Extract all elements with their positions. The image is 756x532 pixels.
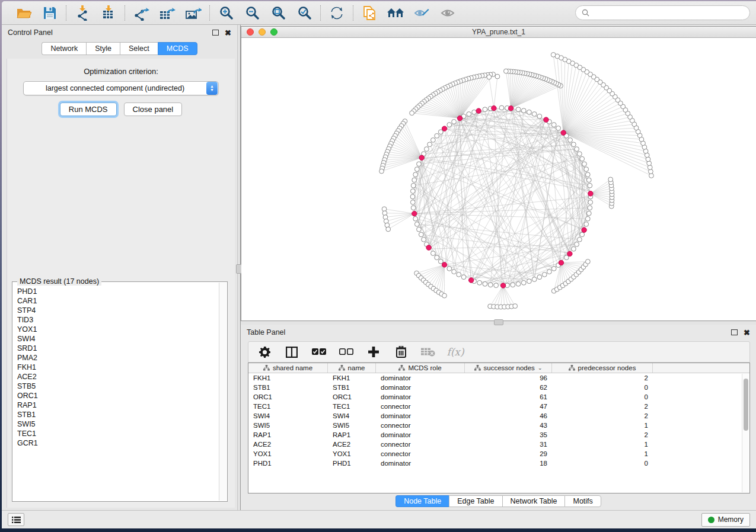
table-cell[interactable]: 0 xyxy=(552,384,653,391)
network-node[interactable] xyxy=(649,174,654,178)
result-node-item[interactable]: ORC1 xyxy=(17,391,215,400)
network-node[interactable] xyxy=(452,270,457,274)
table-row[interactable]: PHD1PHD1dominator180 xyxy=(248,459,749,468)
hide-selected-icon[interactable] xyxy=(413,5,430,21)
select-all-icon[interactable] xyxy=(311,345,327,359)
open-folder-icon[interactable] xyxy=(15,5,33,21)
memory-button[interactable]: Memory xyxy=(701,513,750,527)
table-cell[interactable]: SWI5 xyxy=(328,422,376,429)
network-node[interactable] xyxy=(419,232,423,237)
table-cell[interactable]: ACE2 xyxy=(328,441,376,448)
tab-style[interactable]: Style xyxy=(86,42,120,55)
table-row[interactable]: SWI4SWI4dominator462 xyxy=(248,411,749,421)
table-cell[interactable]: connector xyxy=(376,450,465,457)
network-graph[interactable] xyxy=(241,38,756,321)
network-node[interactable] xyxy=(647,165,652,170)
zoom-selected-icon[interactable] xyxy=(295,5,313,21)
network-node[interactable] xyxy=(483,281,487,286)
import-table-icon[interactable] xyxy=(100,5,117,21)
close-panel-icon[interactable]: ✖ xyxy=(225,29,231,37)
table-cell[interactable]: PHD1 xyxy=(248,460,328,467)
table-cell[interactable]: SWI4 xyxy=(328,412,376,419)
network-node[interactable] xyxy=(431,138,436,143)
network-node[interactable] xyxy=(411,183,416,188)
table-row[interactable]: TEC1TEC1connector472 xyxy=(248,402,749,411)
table-cell[interactable]: dominator xyxy=(376,431,465,438)
network-node[interactable] xyxy=(586,178,591,182)
network-node[interactable] xyxy=(588,200,593,205)
network-node[interactable] xyxy=(585,216,590,221)
table-cell[interactable]: 46 xyxy=(465,412,552,419)
network-node[interactable] xyxy=(572,246,576,251)
network-node[interactable] xyxy=(582,162,587,166)
table-cell[interactable]: RAP1 xyxy=(328,431,376,438)
table-row[interactable]: ORC1ORC1dominator610 xyxy=(248,392,749,402)
table-cell[interactable]: dominator xyxy=(376,460,465,467)
network-node[interactable] xyxy=(414,222,419,227)
network-node[interactable] xyxy=(521,108,526,113)
table-scrollbar[interactable] xyxy=(742,374,749,492)
table-cell[interactable]: RAP1 xyxy=(248,431,328,438)
mcds-hub-node[interactable] xyxy=(457,116,462,120)
table-row[interactable]: RAP1RAP1dominator352 xyxy=(248,430,749,440)
close-panel-button[interactable]: Close panel xyxy=(124,102,183,116)
tab-network-table[interactable]: Network Table xyxy=(502,495,565,507)
table-cell[interactable]: ORC1 xyxy=(248,393,328,400)
column-header-successor-nodes[interactable]: successor nodes⌄ xyxy=(465,363,552,373)
zoom-in-icon[interactable] xyxy=(217,5,235,21)
column-header-name[interactable]: name xyxy=(328,363,376,373)
table-cell[interactable]: 47 xyxy=(465,403,552,410)
tab-mcds[interactable]: MCDS xyxy=(158,42,197,55)
float-panel-icon[interactable] xyxy=(731,329,738,335)
table-cell[interactable]: 2 xyxy=(552,403,653,410)
network-node[interactable] xyxy=(410,194,415,199)
criterion-select[interactable]: largest connected component (undirected)… xyxy=(23,81,219,95)
network-window-titlebar[interactable]: YPA_prune.txt_1 xyxy=(241,27,756,38)
table-cell[interactable]: dominator xyxy=(376,412,465,419)
network-node[interactable] xyxy=(575,242,579,247)
network-node[interactable] xyxy=(431,251,436,256)
network-node[interactable] xyxy=(521,280,526,285)
mcds-hub-node[interactable] xyxy=(419,155,424,160)
table-cell[interactable]: 2 xyxy=(552,431,653,438)
network-node[interactable] xyxy=(411,206,416,210)
network-node[interactable] xyxy=(542,273,547,277)
close-panel-icon[interactable]: ✖ xyxy=(744,329,750,336)
clone-network-icon[interactable] xyxy=(361,5,378,21)
table-cell[interactable]: 61 xyxy=(465,393,552,400)
result-list-scrollbar[interactable] xyxy=(219,283,227,501)
network-node[interactable] xyxy=(588,206,592,210)
network-node[interactable] xyxy=(547,270,552,274)
zoom-out-icon[interactable] xyxy=(243,5,261,21)
network-node[interactable] xyxy=(425,147,429,152)
table-cell[interactable]: 2 xyxy=(552,374,653,382)
network-node[interactable] xyxy=(516,281,521,286)
search-input[interactable] xyxy=(593,9,744,17)
table-cell[interactable]: YOX1 xyxy=(248,450,328,457)
network-node[interactable] xyxy=(435,255,439,260)
column-header-MCDS-role[interactable]: MCDS role xyxy=(376,363,465,373)
mcds-hub-node[interactable] xyxy=(476,108,481,113)
table-row[interactable]: SWI5SWI5connector431 xyxy=(248,421,749,430)
network-node[interactable] xyxy=(413,172,418,177)
mcds-hub-node[interactable] xyxy=(412,211,417,216)
search-box[interactable] xyxy=(575,5,750,20)
network-node[interactable] xyxy=(499,105,504,110)
network-node[interactable] xyxy=(551,267,556,271)
tab-select[interactable]: Select xyxy=(120,42,158,55)
table-cell[interactable]: FKH1 xyxy=(248,374,328,382)
table-cell[interactable]: 35 xyxy=(465,431,552,438)
network-node[interactable] xyxy=(412,178,417,182)
table-cell[interactable]: STB1 xyxy=(328,384,376,391)
table-cell[interactable]: ACE2 xyxy=(248,441,328,448)
refresh-icon[interactable] xyxy=(328,5,346,21)
result-node-item[interactable]: STB1 xyxy=(17,410,215,419)
result-node-item[interactable]: SWI4 xyxy=(17,334,215,344)
column-header-predecessor-nodes[interactable]: predecessor nodes xyxy=(552,363,653,373)
network-node[interactable] xyxy=(428,142,432,147)
result-node-item[interactable]: RAP1 xyxy=(17,400,215,410)
tab-edge-table[interactable]: Edge Table xyxy=(449,495,502,507)
column-header-shared-name[interactable]: shared name xyxy=(248,363,328,373)
network-node[interactable] xyxy=(422,237,426,242)
network-node[interactable] xyxy=(551,123,556,127)
